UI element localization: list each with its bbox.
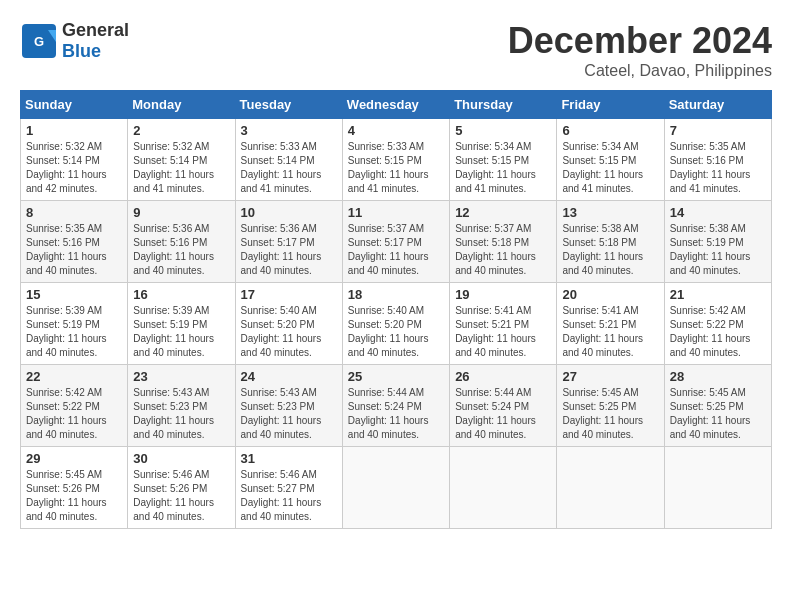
day-info: Sunrise: 5:37 AMSunset: 5:18 PMDaylight:… bbox=[455, 223, 536, 276]
calendar-cell-4: 4Sunrise: 5:33 AMSunset: 5:15 PMDaylight… bbox=[342, 119, 449, 201]
day-number: 13 bbox=[562, 205, 658, 220]
day-info: Sunrise: 5:45 AMSunset: 5:25 PMDaylight:… bbox=[670, 387, 751, 440]
page-header: G General Blue December 2024 Cateel, Dav… bbox=[20, 20, 772, 80]
day-info: Sunrise: 5:39 AMSunset: 5:19 PMDaylight:… bbox=[133, 305, 214, 358]
day-info: Sunrise: 5:43 AMSunset: 5:23 PMDaylight:… bbox=[133, 387, 214, 440]
calendar-cell-19: 19Sunrise: 5:41 AMSunset: 5:21 PMDayligh… bbox=[450, 283, 557, 365]
calendar-week-4: 22Sunrise: 5:42 AMSunset: 5:22 PMDayligh… bbox=[21, 365, 772, 447]
day-number: 21 bbox=[670, 287, 766, 302]
calendar-cell-30: 30Sunrise: 5:46 AMSunset: 5:26 PMDayligh… bbox=[128, 447, 235, 529]
location-title: Cateel, Davao, Philippines bbox=[508, 62, 772, 80]
title-area: December 2024 Cateel, Davao, Philippines bbox=[508, 20, 772, 80]
calendar-table: SundayMondayTuesdayWednesdayThursdayFrid… bbox=[20, 90, 772, 529]
calendar-cell-25: 25Sunrise: 5:44 AMSunset: 5:24 PMDayligh… bbox=[342, 365, 449, 447]
day-number: 17 bbox=[241, 287, 337, 302]
calendar-cell-27: 27Sunrise: 5:45 AMSunset: 5:25 PMDayligh… bbox=[557, 365, 664, 447]
day-number: 4 bbox=[348, 123, 444, 138]
calendar-cell-9: 9Sunrise: 5:36 AMSunset: 5:16 PMDaylight… bbox=[128, 201, 235, 283]
day-info: Sunrise: 5:45 AMSunset: 5:25 PMDaylight:… bbox=[562, 387, 643, 440]
day-number: 10 bbox=[241, 205, 337, 220]
calendar-cell-10: 10Sunrise: 5:36 AMSunset: 5:17 PMDayligh… bbox=[235, 201, 342, 283]
calendar-cell-11: 11Sunrise: 5:37 AMSunset: 5:17 PMDayligh… bbox=[342, 201, 449, 283]
header-tuesday: Tuesday bbox=[235, 91, 342, 119]
calendar-cell-20: 20Sunrise: 5:41 AMSunset: 5:21 PMDayligh… bbox=[557, 283, 664, 365]
header-saturday: Saturday bbox=[664, 91, 771, 119]
day-number: 12 bbox=[455, 205, 551, 220]
day-number: 2 bbox=[133, 123, 229, 138]
calendar-cell-empty bbox=[664, 447, 771, 529]
day-number: 26 bbox=[455, 369, 551, 384]
calendar-cell-empty bbox=[342, 447, 449, 529]
logo: G General Blue bbox=[20, 20, 129, 62]
day-info: Sunrise: 5:33 AMSunset: 5:15 PMDaylight:… bbox=[348, 141, 429, 194]
logo-icon: G bbox=[20, 22, 58, 60]
day-number: 14 bbox=[670, 205, 766, 220]
calendar-cell-18: 18Sunrise: 5:40 AMSunset: 5:20 PMDayligh… bbox=[342, 283, 449, 365]
svg-text:G: G bbox=[34, 34, 44, 49]
header-sunday: Sunday bbox=[21, 91, 128, 119]
day-info: Sunrise: 5:42 AMSunset: 5:22 PMDaylight:… bbox=[670, 305, 751, 358]
day-number: 22 bbox=[26, 369, 122, 384]
day-info: Sunrise: 5:34 AMSunset: 5:15 PMDaylight:… bbox=[562, 141, 643, 194]
calendar-cell-empty bbox=[557, 447, 664, 529]
header-thursday: Thursday bbox=[450, 91, 557, 119]
day-info: Sunrise: 5:41 AMSunset: 5:21 PMDaylight:… bbox=[562, 305, 643, 358]
day-info: Sunrise: 5:41 AMSunset: 5:21 PMDaylight:… bbox=[455, 305, 536, 358]
header-wednesday: Wednesday bbox=[342, 91, 449, 119]
day-number: 28 bbox=[670, 369, 766, 384]
header-monday: Monday bbox=[128, 91, 235, 119]
calendar-cell-22: 22Sunrise: 5:42 AMSunset: 5:22 PMDayligh… bbox=[21, 365, 128, 447]
calendar-cell-28: 28Sunrise: 5:45 AMSunset: 5:25 PMDayligh… bbox=[664, 365, 771, 447]
calendar-week-3: 15Sunrise: 5:39 AMSunset: 5:19 PMDayligh… bbox=[21, 283, 772, 365]
day-info: Sunrise: 5:37 AMSunset: 5:17 PMDaylight:… bbox=[348, 223, 429, 276]
calendar-cell-5: 5Sunrise: 5:34 AMSunset: 5:15 PMDaylight… bbox=[450, 119, 557, 201]
calendar-week-2: 8Sunrise: 5:35 AMSunset: 5:16 PMDaylight… bbox=[21, 201, 772, 283]
day-number: 9 bbox=[133, 205, 229, 220]
logo-text-general: General bbox=[62, 20, 129, 41]
calendar-cell-8: 8Sunrise: 5:35 AMSunset: 5:16 PMDaylight… bbox=[21, 201, 128, 283]
calendar-cell-2: 2Sunrise: 5:32 AMSunset: 5:14 PMDaylight… bbox=[128, 119, 235, 201]
calendar-cell-1: 1Sunrise: 5:32 AMSunset: 5:14 PMDaylight… bbox=[21, 119, 128, 201]
day-number: 30 bbox=[133, 451, 229, 466]
day-info: Sunrise: 5:35 AMSunset: 5:16 PMDaylight:… bbox=[670, 141, 751, 194]
calendar-cell-24: 24Sunrise: 5:43 AMSunset: 5:23 PMDayligh… bbox=[235, 365, 342, 447]
day-info: Sunrise: 5:46 AMSunset: 5:27 PMDaylight:… bbox=[241, 469, 322, 522]
day-number: 20 bbox=[562, 287, 658, 302]
day-number: 15 bbox=[26, 287, 122, 302]
day-number: 18 bbox=[348, 287, 444, 302]
day-info: Sunrise: 5:43 AMSunset: 5:23 PMDaylight:… bbox=[241, 387, 322, 440]
day-info: Sunrise: 5:46 AMSunset: 5:26 PMDaylight:… bbox=[133, 469, 214, 522]
day-number: 5 bbox=[455, 123, 551, 138]
calendar-week-1: 1Sunrise: 5:32 AMSunset: 5:14 PMDaylight… bbox=[21, 119, 772, 201]
day-info: Sunrise: 5:44 AMSunset: 5:24 PMDaylight:… bbox=[348, 387, 429, 440]
calendar-cell-7: 7Sunrise: 5:35 AMSunset: 5:16 PMDaylight… bbox=[664, 119, 771, 201]
day-number: 11 bbox=[348, 205, 444, 220]
calendar-cell-21: 21Sunrise: 5:42 AMSunset: 5:22 PMDayligh… bbox=[664, 283, 771, 365]
day-number: 31 bbox=[241, 451, 337, 466]
day-info: Sunrise: 5:39 AMSunset: 5:19 PMDaylight:… bbox=[26, 305, 107, 358]
day-info: Sunrise: 5:44 AMSunset: 5:24 PMDaylight:… bbox=[455, 387, 536, 440]
calendar-cell-13: 13Sunrise: 5:38 AMSunset: 5:18 PMDayligh… bbox=[557, 201, 664, 283]
day-number: 23 bbox=[133, 369, 229, 384]
calendar-cell-3: 3Sunrise: 5:33 AMSunset: 5:14 PMDaylight… bbox=[235, 119, 342, 201]
calendar-cell-12: 12Sunrise: 5:37 AMSunset: 5:18 PMDayligh… bbox=[450, 201, 557, 283]
day-info: Sunrise: 5:33 AMSunset: 5:14 PMDaylight:… bbox=[241, 141, 322, 194]
calendar-header-row: SundayMondayTuesdayWednesdayThursdayFrid… bbox=[21, 91, 772, 119]
day-number: 3 bbox=[241, 123, 337, 138]
day-number: 27 bbox=[562, 369, 658, 384]
calendar-cell-17: 17Sunrise: 5:40 AMSunset: 5:20 PMDayligh… bbox=[235, 283, 342, 365]
day-number: 29 bbox=[26, 451, 122, 466]
day-info: Sunrise: 5:38 AMSunset: 5:19 PMDaylight:… bbox=[670, 223, 751, 276]
day-info: Sunrise: 5:32 AMSunset: 5:14 PMDaylight:… bbox=[133, 141, 214, 194]
month-title: December 2024 bbox=[508, 20, 772, 62]
day-number: 16 bbox=[133, 287, 229, 302]
day-number: 8 bbox=[26, 205, 122, 220]
day-number: 25 bbox=[348, 369, 444, 384]
day-number: 19 bbox=[455, 287, 551, 302]
day-info: Sunrise: 5:35 AMSunset: 5:16 PMDaylight:… bbox=[26, 223, 107, 276]
header-friday: Friday bbox=[557, 91, 664, 119]
calendar-cell-16: 16Sunrise: 5:39 AMSunset: 5:19 PMDayligh… bbox=[128, 283, 235, 365]
calendar-cell-26: 26Sunrise: 5:44 AMSunset: 5:24 PMDayligh… bbox=[450, 365, 557, 447]
calendar-cell-23: 23Sunrise: 5:43 AMSunset: 5:23 PMDayligh… bbox=[128, 365, 235, 447]
day-number: 6 bbox=[562, 123, 658, 138]
